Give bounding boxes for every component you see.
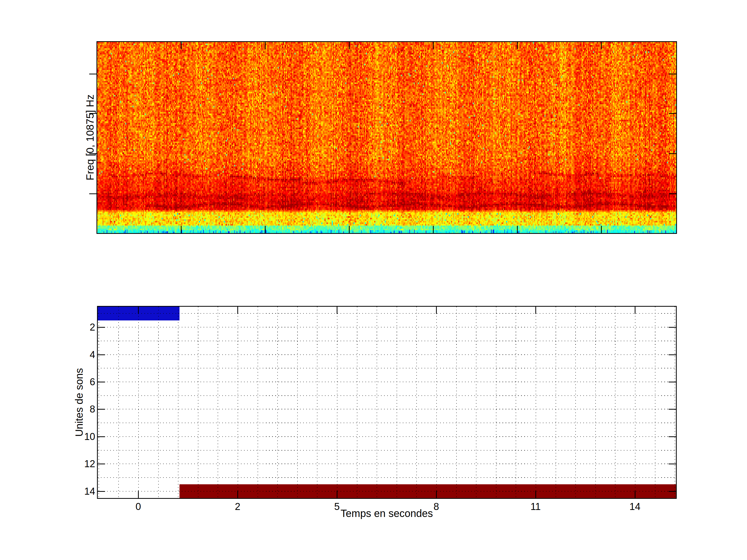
units-x-tick-label: 0 — [135, 501, 141, 512]
grid-hline — [98, 395, 676, 396]
units-x-tick — [535, 307, 536, 314]
spectrogram-x-tick — [265, 226, 265, 233]
grid-vline — [635, 307, 636, 498]
units-x-tick — [138, 491, 139, 498]
grid-hline — [98, 491, 676, 491]
units-y-tick — [669, 409, 676, 410]
grid-hline — [98, 477, 676, 478]
spectrogram-x-tick — [433, 42, 434, 49]
grid-vline — [317, 307, 317, 498]
units-x-tick-label: 8 — [433, 501, 439, 512]
grid-vline — [198, 307, 199, 498]
spectrogram-ylabel: Freq [0, 10875] Hz — [84, 95, 96, 180]
units-y-tick — [98, 382, 105, 382]
grid-vline — [575, 307, 576, 498]
units-y-tick — [98, 354, 105, 355]
spectrogram-x-tick — [181, 42, 182, 49]
spectrogram-y-tick — [89, 193, 97, 194]
grid-hline — [98, 409, 676, 409]
units-y-tick — [669, 327, 676, 328]
grid-hline — [98, 341, 676, 341]
units-x-tick — [635, 491, 636, 498]
units-x-tick-label: 5 — [334, 501, 339, 512]
units-y-tick — [98, 409, 105, 410]
units-y-tick — [669, 463, 676, 464]
units-y-tick-label: 12 — [84, 458, 95, 470]
units-plot-area — [98, 307, 676, 498]
grid-hline — [98, 450, 676, 451]
spectrogram-canvas — [97, 42, 676, 233]
grid-vline — [138, 307, 139, 498]
units-x-tick — [138, 307, 139, 314]
spectrogram-y-tick — [669, 193, 676, 194]
grid-vline — [178, 307, 178, 498]
grid-vline — [496, 307, 496, 498]
grid-hline — [98, 327, 676, 327]
units-x-tick-label: 2 — [235, 501, 240, 512]
units-y-tick — [98, 491, 105, 492]
grid-vline — [536, 307, 536, 498]
units-y-tick-label: 14 — [84, 486, 95, 497]
spectrogram-x-tick — [349, 42, 350, 49]
grid-vline — [297, 307, 298, 498]
grid-vline — [99, 307, 99, 498]
units-x-tick-label: 11 — [531, 501, 541, 512]
grid-hline — [98, 463, 676, 464]
spectrogram-x-tick — [181, 226, 182, 233]
grid-vline — [277, 307, 278, 498]
spectrogram-x-tick — [517, 226, 518, 233]
grid-vline — [476, 307, 476, 498]
spectrogram-y-tick — [89, 74, 97, 74]
grid-vline — [258, 307, 258, 498]
spectrogram-x-tick — [433, 226, 434, 233]
units-y-tick — [669, 491, 676, 492]
spectrogram-x-tick — [601, 42, 602, 49]
units-y-tick-label: 6 — [90, 376, 95, 388]
units-xlabel: Temps en secondes — [340, 508, 433, 519]
units-y-tick-label: 8 — [90, 403, 95, 415]
units-y-tick — [98, 327, 105, 328]
units-y-tick — [669, 436, 676, 437]
spectrogram-x-tick — [517, 42, 518, 49]
grid-vline — [118, 307, 119, 498]
grid-vline — [556, 307, 556, 498]
units-x-tick — [535, 491, 536, 498]
grid-vline — [416, 307, 417, 498]
grid-hline — [98, 313, 676, 314]
grid-vline — [357, 307, 357, 498]
units-y-tick — [98, 463, 105, 464]
units-x-tick — [237, 491, 238, 498]
grid-vline — [377, 307, 377, 498]
grid-vline — [158, 307, 159, 498]
units-x-tick — [337, 491, 337, 498]
grid-vline — [396, 307, 397, 498]
units-y-tick — [669, 382, 676, 382]
units-x-tick — [337, 307, 337, 314]
grid-vline — [217, 307, 218, 498]
units-ylabel: Unites de sons — [73, 368, 85, 437]
units-y-tick-label: 10 — [84, 431, 95, 442]
spectrogram-y-tick — [669, 113, 676, 114]
matlab-figure: Freq [0, 10875] Hz Unites de sons Temps … — [0, 0, 747, 560]
spectrogram-y-tick — [669, 74, 676, 74]
spectrogram-x-tick — [265, 42, 265, 49]
units-y-tick — [98, 436, 105, 437]
grid-hline — [98, 382, 676, 382]
units-x-tick-label: 14 — [629, 501, 640, 512]
spectrogram-plot — [97, 41, 677, 234]
spectrogram-y-tick — [669, 153, 676, 154]
units-x-tick — [436, 307, 437, 314]
grid-vline — [675, 307, 675, 498]
grid-hline — [98, 423, 676, 423]
grid-hline — [98, 368, 676, 368]
spectrogram-x-tick — [349, 226, 350, 233]
grid-hline — [98, 354, 676, 355]
grid-vline — [238, 307, 238, 498]
grid-vline — [516, 307, 516, 498]
spectrogram-x-tick — [601, 226, 602, 233]
units-x-tick — [436, 491, 437, 498]
grid-vline — [337, 307, 337, 498]
grid-vline — [595, 307, 596, 498]
grid-vline — [456, 307, 457, 498]
grid-hline — [98, 436, 676, 437]
